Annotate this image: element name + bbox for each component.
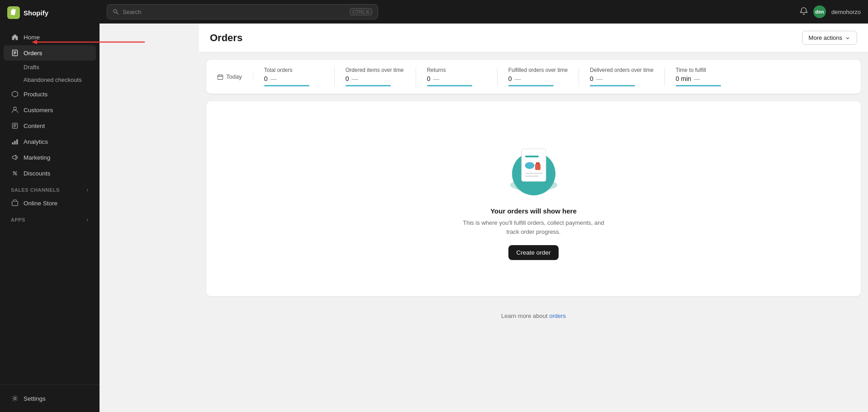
svg-point-19 — [114, 9, 117, 13]
sidebar-item-content-label: Content — [24, 123, 45, 129]
learn-more-section: Learn more about orders — [199, 303, 868, 328]
empty-state-title: Your orders will show here — [490, 207, 577, 215]
sidebar-item-customers[interactable]: Customers — [4, 102, 96, 118]
svg-line-16 — [13, 171, 17, 175]
apps-chevron[interactable]: › — [87, 217, 89, 223]
svg-point-30 — [525, 162, 534, 169]
sidebar-item-settings[interactable]: Settings — [4, 391, 96, 406]
svg-rect-12 — [16, 139, 18, 144]
sidebar-item-abandoned-checkouts-label: Abandoned checkouts — [24, 76, 82, 83]
search-bar[interactable]: CTRL K — [107, 4, 378, 19]
stats-date: Today — [217, 73, 253, 80]
svg-point-14 — [13, 171, 14, 173]
stat-delivered-orders-line — [590, 85, 635, 86]
topbar-right: den demohorzo — [800, 5, 861, 18]
settings-icon — [11, 394, 19, 403]
svg-rect-21 — [218, 75, 223, 79]
sidebar-item-online-store[interactable]: Online Store — [4, 195, 96, 211]
sales-channels-section: Sales channels › — [0, 181, 100, 195]
sidebar-item-drafts[interactable]: Drafts — [4, 61, 96, 73]
svg-rect-10 — [12, 142, 14, 145]
sidebar-item-home-label: Home — [24, 34, 40, 41]
main-content: Orders More actions Today Total orders 0… — [199, 24, 868, 412]
stat-total-orders-line — [264, 85, 309, 86]
sales-channels-label: Sales channels — [11, 187, 60, 193]
sidebar-item-online-store-label: Online Store — [24, 200, 57, 207]
page-title: Orders — [210, 32, 242, 51]
sidebar-item-marketing-label: Marketing — [24, 154, 50, 161]
sidebar-item-products-label: Products — [24, 91, 47, 98]
shopify-logo-icon — [7, 6, 20, 19]
svg-rect-32 — [536, 162, 540, 164]
learn-more-text: Learn more about — [501, 313, 549, 319]
sidebar-navigation: Home Orders Drafts Abandoned checkouts P… — [0, 25, 100, 384]
search-shortcut: CTRL K — [350, 8, 372, 15]
orders-empty-card: Your orders will show here This is where… — [206, 101, 861, 296]
sidebar-item-analytics[interactable]: Analytics — [4, 134, 96, 149]
shopify-logo[interactable]: Shopify — [7, 6, 48, 19]
svg-rect-34 — [525, 175, 539, 177]
sidebar-footer: Settings — [0, 384, 100, 412]
sidebar-item-discounts[interactable]: Discounts — [4, 166, 96, 181]
stat-returns: Returns 0 — — [416, 67, 498, 86]
stat-fulfilled-orders: Fulfilled orders over time 0 — — [498, 67, 579, 86]
sidebar-item-products[interactable]: Products — [4, 86, 96, 102]
sidebar-header: Shopify — [0, 0, 100, 25]
svg-rect-13 — [16, 156, 17, 159]
sidebar-item-abandoned-checkouts[interactable]: Abandoned checkouts — [4, 74, 96, 86]
user-name[interactable]: demohorzo — [831, 9, 861, 15]
sidebar-item-customers-label: Customers — [24, 107, 53, 114]
sidebar-item-orders-label: Orders — [24, 50, 42, 57]
stat-delivered-orders-value: 0 — — [590, 75, 654, 82]
marketing-icon — [11, 153, 19, 161]
apps-section: Apps › — [0, 211, 100, 225]
stats-bar: Today Total orders 0 — Ordered items ove… — [206, 60, 861, 94]
svg-point-18 — [14, 398, 16, 400]
stat-total-orders-label: Total orders — [264, 67, 323, 73]
svg-point-15 — [15, 174, 17, 175]
sidebar-item-content[interactable]: Content — [4, 118, 96, 133]
learn-more-link[interactable]: orders — [549, 313, 566, 319]
stat-delivered-orders-label: Delivered orders over time — [590, 67, 654, 73]
empty-state-description: This is where you'll fulfill orders, col… — [461, 218, 606, 236]
sidebar-item-orders[interactable]: Orders — [4, 45, 96, 61]
notifications-icon[interactable] — [800, 7, 808, 17]
svg-rect-17 — [12, 201, 18, 206]
content-icon — [11, 122, 19, 130]
user-avatar: den — [813, 5, 826, 18]
analytics-icon — [11, 137, 19, 146]
svg-rect-11 — [14, 141, 15, 144]
stat-fulfilled-orders-value: 0 — — [508, 75, 568, 82]
stat-total-orders: Total orders 0 — — [253, 67, 335, 86]
page-header: Orders More actions — [199, 24, 868, 52]
home-icon — [11, 33, 19, 41]
empty-illustration — [504, 137, 563, 196]
topbar: CTRL K den demohorzo — [100, 0, 868, 24]
chevron-down-icon — [845, 35, 850, 41]
content-area: Your orders will show here This is where… — [206, 101, 861, 296]
more-actions-button[interactable]: More actions — [802, 31, 857, 45]
online-store-icon — [11, 199, 19, 207]
svg-point-5 — [14, 107, 16, 110]
stat-ordered-items-line — [346, 85, 391, 86]
orders-icon — [11, 49, 19, 57]
search-input[interactable] — [123, 9, 346, 15]
discounts-icon — [11, 169, 19, 177]
sidebar-item-drafts-label: Drafts — [24, 64, 39, 71]
stat-ordered-items-value: 0 — — [346, 75, 405, 82]
apps-label: Apps — [11, 217, 25, 223]
sales-channels-chevron[interactable]: › — [87, 187, 89, 193]
stat-returns-line — [427, 85, 472, 86]
sidebar-item-analytics-label: Analytics — [24, 138, 48, 145]
stat-delivered-orders: Delivered orders over time 0 — — [579, 67, 665, 86]
products-icon — [11, 90, 19, 98]
stat-time-to-fulfill-value: 0 min — — [676, 75, 735, 82]
sidebar-item-home[interactable]: Home — [4, 29, 96, 45]
create-order-button[interactable]: Create order — [508, 245, 559, 260]
svg-rect-28 — [525, 156, 539, 157]
stat-time-to-fulfill: Time to fulfill 0 min — — [665, 67, 746, 86]
shopify-wordmark: Shopify — [24, 9, 48, 17]
sidebar-item-marketing[interactable]: Marketing — [4, 150, 96, 165]
calendar-icon — [217, 74, 223, 80]
stat-total-orders-value: 0 — — [264, 75, 323, 82]
